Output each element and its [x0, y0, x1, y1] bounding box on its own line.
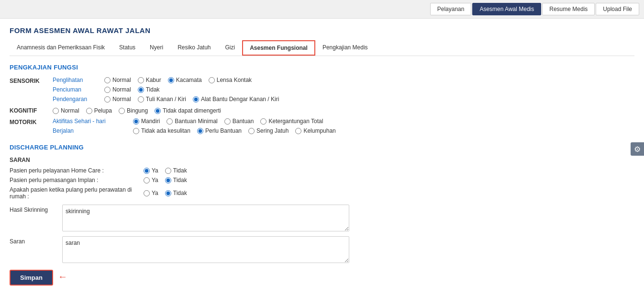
- saran-row: Saran: [10, 236, 634, 263]
- homecare-tidak[interactable]: Tidak: [165, 167, 187, 174]
- hasil-skrinning-textarea[interactable]: [62, 205, 349, 231]
- motorik-sub-rows: Aktifitas Sehari - hari Mandiri Bantuan …: [53, 118, 336, 134]
- motorik-group: MOTORIK Aktifitas Sehari - hari Mandiri …: [10, 118, 634, 134]
- saran-label: Saran: [10, 236, 62, 245]
- tab-pengkajian-medis[interactable]: Pengkajian Medis: [315, 40, 375, 56]
- pendengaran-label: Pendengaran: [53, 96, 100, 103]
- form-title: FORM ASESMEN AWAL RAWAT JALAN: [10, 26, 634, 34]
- aktifitas-bantuan-minimal[interactable]: Bantuan Minimal: [167, 118, 217, 125]
- penglihatan-row: Penglihatan Normal Kabur Kacamata Lens: [53, 77, 279, 83]
- perawatan-tidak[interactable]: Tidak: [165, 190, 187, 196]
- tab-gizi[interactable]: Gizi: [218, 40, 243, 56]
- penciuman-label: Penciuman: [53, 86, 100, 93]
- aktifitas-label: Aktifitas Sehari - hari: [53, 118, 129, 125]
- tab-anamnesis[interactable]: Anamnesis dan Pemeriksaan Fisik: [10, 40, 112, 56]
- pendengaran-tuli[interactable]: Tuli Kanan / Kiri: [138, 96, 186, 103]
- kognitif-group: KOGNITIF Normal Pelupa Bingung Tidak dap…: [10, 106, 634, 114]
- perawatan-options: Ya Tidak: [144, 190, 187, 196]
- penciuman-options: Normal Tidak: [104, 86, 160, 93]
- berjalan-label: Berjalan: [53, 127, 129, 134]
- simpan-button[interactable]: Simpan: [10, 270, 53, 286]
- aktifitas-bantuan[interactable]: Bantuan: [224, 118, 254, 125]
- berjalan-perlu-bantuan[interactable]: Perlu Bantuan: [197, 127, 242, 134]
- tab-status[interactable]: Status: [112, 40, 143, 56]
- tab-resiko-jatuh[interactable]: Resiko Jatuh: [170, 40, 218, 56]
- berjalan-options: Tidak ada kesulitan Perlu Bantuan Sering…: [133, 127, 336, 134]
- aktifitas-row: Aktifitas Sehari - hari Mandiri Bantuan …: [53, 118, 336, 125]
- sensorik-sub-rows: Penglihatan Normal Kabur Kacamata Lens: [53, 77, 279, 103]
- perawatan-label: Apakah pasien ketika pulang perlu perawa…: [10, 186, 144, 200]
- implan-label: Pasien perlu pemasangan Implan :: [10, 177, 144, 183]
- pengkajian-fungsi-title: PENGKAJIAN FUNGSI: [10, 64, 634, 71]
- perawatan-ya[interactable]: Ya: [144, 190, 158, 196]
- implan-row: Pasien perlu pemasangan Implan : Ya Tida…: [10, 177, 634, 183]
- sensorik-group: SENSORIK Penglihatan Normal Kabur Kacama…: [10, 77, 634, 103]
- nav-resume-medis[interactable]: Resume Medis: [542, 3, 595, 15]
- tab-bar: Anamnesis dan Pemeriksaan Fisik Status N…: [10, 40, 634, 56]
- kognitif-normal[interactable]: Normal: [53, 107, 79, 114]
- pengkajian-fungsi-section: PENGKAJIAN FUNGSI SENSORIK Penglihatan N…: [10, 64, 634, 134]
- nav-pelayanan[interactable]: Pelayanan: [430, 3, 472, 15]
- homecare-label: Pasien perlu pelayanan Home Care :: [10, 167, 144, 174]
- gear-icon[interactable]: ⚙: [631, 142, 644, 156]
- kognitif-bingung[interactable]: Bingung: [119, 107, 148, 114]
- discharge-planning-title: DISCHARGE PLANNING: [10, 144, 634, 151]
- aktifitas-options: Mandiri Bantuan Minimal Bantuan Ketergan…: [133, 118, 323, 125]
- motorik-label: MOTORIK: [10, 118, 53, 126]
- nav-upload-file[interactable]: Upload File: [596, 3, 639, 15]
- tab-asesmen-fungsional[interactable]: Asesmen Fungsional: [242, 40, 315, 56]
- homecare-options: Ya Tidak: [144, 167, 187, 174]
- kognitif-tidak-dapat[interactable]: Tidak dapat dimengerti: [155, 107, 221, 114]
- berjalan-row: Berjalan Tidak ada kesulitan Perlu Bantu…: [53, 127, 336, 134]
- hasil-skrinning-label: Hasil Skrinning: [10, 205, 62, 213]
- aktifitas-mandiri[interactable]: Mandiri: [133, 118, 160, 125]
- homecare-ya[interactable]: Ya: [144, 167, 158, 174]
- top-navigation: Pelayanan Asesmen Awal Medis Resume Medi…: [0, 0, 644, 19]
- pendengaran-row: Pendengaran Normal Tuli Kanan / Kiri Ala…: [53, 96, 279, 103]
- berjalan-tidak-ada[interactable]: Tidak ada kesulitan: [133, 127, 190, 134]
- penglihatan-kacamata[interactable]: Kacamata: [168, 77, 202, 83]
- sensorik-label: SENSORIK: [10, 77, 53, 84]
- aktifitas-ketergantungan[interactable]: Ketergantungan Total: [260, 118, 323, 125]
- penglihatan-lensa-kontak[interactable]: Lensa Kontak: [209, 77, 252, 83]
- penglihatan-options: Normal Kabur Kacamata Lensa Kontak: [104, 77, 252, 83]
- berjalan-kelumpuhan[interactable]: Kelumpuhan: [295, 127, 335, 134]
- tab-nyeri[interactable]: Nyeri: [143, 40, 170, 56]
- penciuman-tidak[interactable]: Tidak: [138, 86, 160, 93]
- penglihatan-label: Penglihatan: [53, 77, 100, 83]
- simpan-row: Simpan ←: [10, 268, 634, 286]
- pendengaran-alat-bantu[interactable]: Alat Bantu Dengar Kanan / Kiri: [193, 96, 279, 103]
- nav-asesmen-awal-medis[interactable]: Asesmen Awal Medis: [472, 3, 541, 15]
- saran-textarea[interactable]: [62, 236, 349, 263]
- kognitif-pelupa[interactable]: Pelupa: [86, 107, 112, 114]
- penglihatan-kabur[interactable]: Kabur: [138, 77, 161, 83]
- implan-ya[interactable]: Ya: [144, 177, 158, 183]
- perawatan-row: Apakah pasien ketika pulang perlu perawa…: [10, 186, 634, 200]
- penciuman-row: Penciuman Normal Tidak: [53, 86, 279, 93]
- hasil-skrinning-row: Hasil Skrinning: [10, 205, 634, 231]
- pendengaran-options: Normal Tuli Kanan / Kiri Alat Bantu Deng…: [104, 96, 279, 103]
- kognitif-options: Normal Pelupa Bingung Tidak dapat dimeng…: [53, 107, 221, 114]
- saran-main-label: SARAN: [10, 157, 634, 163]
- kognitif-label: KOGNITIF: [10, 106, 53, 114]
- main-content: FORM ASESMEN AWAL RAWAT JALAN Anamnesis …: [0, 19, 644, 298]
- penglihatan-normal[interactable]: Normal: [104, 77, 131, 83]
- penciuman-normal[interactable]: Normal: [104, 86, 131, 93]
- implan-options: Ya Tidak: [144, 177, 187, 183]
- implan-tidak[interactable]: Tidak: [165, 177, 187, 183]
- berjalan-sering-jatuh[interactable]: Sering Jatuh: [248, 127, 289, 134]
- arrow-indicator: ←: [58, 271, 67, 282]
- homecare-row: Pasien perlu pelayanan Home Care : Ya Ti…: [10, 167, 634, 174]
- discharge-planning-section: DISCHARGE PLANNING SARAN Pasien perlu pe…: [10, 144, 634, 286]
- pendengaran-normal[interactable]: Normal: [104, 96, 131, 103]
